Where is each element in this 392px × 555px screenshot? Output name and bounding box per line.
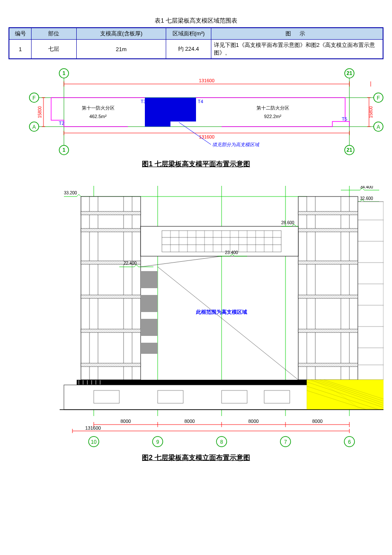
col-num: 编号 <box>9 28 32 40</box>
elev-note: 此框范围为高支模区域 <box>196 309 247 315</box>
grid-10: 10 <box>91 439 97 445</box>
svg-rect-40 <box>81 295 141 298</box>
span-4: 8000 <box>312 419 323 424</box>
svg-rect-32 <box>81 197 141 380</box>
svg-rect-47 <box>298 197 358 380</box>
elev-33200: 33.200 <box>64 191 77 195</box>
grid-F-right: F <box>377 95 380 101</box>
dim-total: 131600 <box>85 425 101 431</box>
dim-left: 15800 <box>37 106 42 118</box>
grid-A-right: A <box>377 124 380 130</box>
svg-rect-45 <box>141 319 158 336</box>
dim-right: 15800 <box>369 106 373 118</box>
fill-note: 填充部分为高支模区域 <box>212 142 260 147</box>
svg-rect-46 <box>141 343 158 354</box>
span-3: 8000 <box>248 419 259 424</box>
dim-top: 131600 <box>199 78 215 83</box>
cell-num: 1 <box>9 40 32 59</box>
label-t4: T4 <box>198 99 203 104</box>
svg-line-85 <box>158 267 298 380</box>
elev-28600: 28.600 <box>281 220 294 225</box>
data-table: 编号 部位 支模高度(含板厚) 区域面积(m²) 图 示 1 七层 21m 约 … <box>9 27 383 59</box>
grid-6: 6 <box>348 439 351 445</box>
grid-8: 8 <box>220 439 223 445</box>
elev-22400: 22.400 <box>124 261 137 266</box>
svg-rect-53 <box>298 228 358 232</box>
zone12-title: 第十二防火分区 <box>257 105 289 110</box>
label-t2: T2 <box>59 121 64 126</box>
elev-34400: 34.400 <box>360 186 373 189</box>
svg-rect-42 <box>81 363 141 367</box>
figure1-caption: 图1 七层梁板高支模平面布置示意图 <box>9 160 383 169</box>
grid-21-bot-label: 21 <box>346 147 352 153</box>
svg-line-25 <box>179 122 211 145</box>
grid-F-left: F <box>32 95 35 101</box>
highformwork-zone <box>145 98 196 127</box>
table-title: 表1 七层梁板高支模区域范围表 <box>9 17 383 25</box>
grid-1-top-label: 1 <box>63 70 66 76</box>
svg-rect-67 <box>141 226 298 256</box>
svg-rect-92 <box>64 385 320 410</box>
col-height: 支模高度(含板厚) <box>76 28 166 40</box>
svg-rect-54 <box>298 261 358 264</box>
span-2: 8000 <box>184 419 195 424</box>
svg-rect-52 <box>298 211 358 215</box>
grid-A-left: A <box>32 124 36 130</box>
figure2-caption: 图2 七层梁板高支模立面布置示意图 <box>9 454 383 462</box>
elev-23400: 23.400 <box>225 250 238 255</box>
dim-bottom: 131600 <box>199 134 215 139</box>
svg-rect-58 <box>358 202 383 380</box>
svg-line-84 <box>141 256 222 267</box>
svg-rect-37 <box>81 211 141 215</box>
cell-part: 七层 <box>32 40 76 59</box>
plan-svg: 1 21 1 21 131600 F A F A 15800 15800 <box>9 67 383 156</box>
elevation-svg: 33.200 34.400 32.600 <box>9 186 383 450</box>
grid-21-top-label: 21 <box>346 70 352 76</box>
svg-rect-55 <box>298 295 358 298</box>
span-1: 8000 <box>121 419 131 424</box>
cell-area: 约 224.4 <box>166 40 211 59</box>
figure1: 1 21 1 21 131600 F A F A 15800 15800 <box>9 67 383 169</box>
cell-height: 21m <box>76 40 166 59</box>
svg-rect-41 <box>81 329 141 332</box>
col-note: 图 示 <box>211 28 383 40</box>
cell-note: 详见下图1《高支模平面布置示意图》和图2《高支模立面布置示意图》。 <box>211 40 383 59</box>
figure2: 33.200 34.400 32.600 <box>9 186 383 462</box>
svg-rect-57 <box>298 363 358 367</box>
col-area: 区域面积(m²) <box>166 28 211 40</box>
table-row: 1 七层 21m 约 224.4 详见下图1《高支模平面布置示意图》和图2《高支… <box>9 40 383 59</box>
zone11-area: 462.5m² <box>89 114 107 119</box>
table-header-row: 编号 部位 支模高度(含板厚) 区域面积(m²) 图 示 <box>9 28 383 40</box>
zone11-title: 第十一防火分区 <box>82 105 115 110</box>
elev-32600: 32.600 <box>360 196 373 201</box>
svg-rect-38 <box>81 228 141 232</box>
grid-7: 7 <box>284 439 287 445</box>
col-part: 部位 <box>32 28 76 40</box>
zone12-area: 922.2m² <box>264 114 282 119</box>
grid-1-bot-label: 1 <box>63 147 66 153</box>
svg-rect-56 <box>298 329 358 332</box>
grid-9: 9 <box>156 439 159 445</box>
label-t3: T3 <box>141 99 146 104</box>
svg-rect-43 <box>141 271 158 288</box>
svg-rect-44 <box>141 295 158 312</box>
label-t5: T5 <box>342 116 347 121</box>
